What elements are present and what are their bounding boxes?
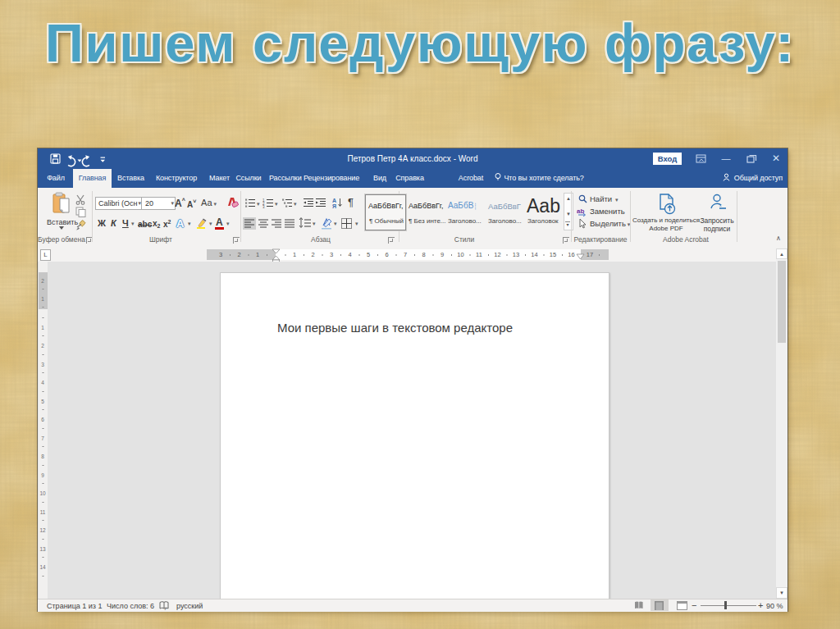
svg-text:12: 12 <box>494 251 500 258</box>
svg-text:13: 13 <box>39 546 46 552</box>
svg-text:14: 14 <box>39 564 46 570</box>
svg-text:11: 11 <box>476 251 482 258</box>
svg-text:3: 3 <box>330 251 333 258</box>
svg-text:Я: Я <box>332 203 336 209</box>
svg-text:2: 2 <box>311 251 314 258</box>
svg-text:7: 7 <box>404 251 407 258</box>
svg-text:8: 8 <box>41 454 44 459</box>
svg-text:17: 17 <box>587 251 593 258</box>
svg-text:4: 4 <box>348 251 351 258</box>
svg-text:6: 6 <box>385 251 388 258</box>
svg-text:11: 11 <box>40 509 46 515</box>
svg-text:13: 13 <box>513 251 519 258</box>
svg-text:1: 1 <box>293 251 296 258</box>
svg-text:9: 9 <box>41 472 44 478</box>
svg-text:14: 14 <box>531 251 537 258</box>
svg-text:А: А <box>332 198 336 203</box>
svg-text:10: 10 <box>39 490 46 496</box>
svg-text:2: 2 <box>41 278 44 284</box>
svg-text:5: 5 <box>367 251 370 258</box>
svg-text:2: 2 <box>41 343 44 349</box>
svg-text:6: 6 <box>41 417 44 422</box>
svg-text:3: 3 <box>219 251 222 258</box>
svg-text:15: 15 <box>550 251 556 258</box>
svg-text:12: 12 <box>39 527 46 533</box>
svg-text:3: 3 <box>262 205 265 209</box>
svg-text:1: 1 <box>41 296 44 302</box>
svg-text:10: 10 <box>457 251 463 258</box>
svg-text:1: 1 <box>41 325 44 330</box>
svg-text:16: 16 <box>568 251 574 258</box>
svg-text:1: 1 <box>256 251 259 258</box>
svg-text:2: 2 <box>237 251 240 258</box>
svg-text:x: x <box>719 203 722 207</box>
svg-text:5: 5 <box>41 399 44 404</box>
svg-text:9: 9 <box>441 251 444 258</box>
svg-text:8: 8 <box>422 251 425 258</box>
svg-text:3: 3 <box>41 362 44 367</box>
svg-text:4: 4 <box>41 380 44 385</box>
svg-text:7: 7 <box>41 435 44 441</box>
svg-text:✓: ✓ <box>164 606 167 611</box>
